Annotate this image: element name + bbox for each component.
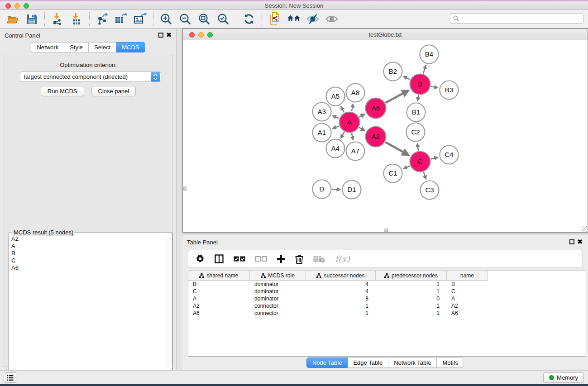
add-icon[interactable] [277, 255, 285, 263]
edge-A-A3[interactable] [333, 116, 339, 118]
home-icon[interactable] [287, 13, 300, 25]
cell[interactable]: 1 [306, 302, 376, 310]
show-eye-icon[interactable] [325, 13, 338, 25]
cell[interactable]: dominator [250, 295, 306, 302]
open-folder-icon[interactable] [6, 13, 19, 25]
canvas-bottom-handle[interactable] [384, 229, 388, 232]
tab-edge-table[interactable]: Edge Table [348, 357, 388, 368]
edge-C-C1[interactable] [404, 166, 410, 169]
table-row[interactable]: Cdominator41C [188, 288, 586, 295]
table-row[interactable]: A2connector11A2 [188, 302, 586, 310]
tab-network[interactable]: Network [31, 42, 64, 52]
deselect-all-icon[interactable] [255, 256, 267, 262]
cell[interactable]: dominator [250, 281, 306, 288]
column-header-successor-nodes[interactable]: successor nodes [306, 271, 376, 281]
zoom-fit-icon[interactable] [198, 13, 210, 25]
import-table-icon[interactable] [70, 13, 83, 25]
edge-A2-C[interactable] [385, 142, 408, 155]
clone-network-icon[interactable] [268, 13, 281, 25]
network-graph[interactable]: B4B2BB3B1A5A8A6A3AA1A4A7A2C2CC4C1C3DD1 [183, 40, 588, 232]
cell[interactable]: 0 [376, 295, 447, 302]
export-image-icon[interactable] [134, 13, 147, 25]
select-all-icon[interactable] [234, 256, 245, 262]
network-window-titlebar[interactable]: testGlobe.txt [183, 29, 588, 40]
task-history-button[interactable] [4, 372, 16, 383]
cell[interactable]: A2 [188, 302, 250, 310]
table-row[interactable]: A6connector11A6 [188, 310, 586, 317]
cell[interactable]: A [447, 295, 488, 302]
cell[interactable]: C [188, 288, 250, 295]
result-item-a2[interactable]: A2 [11, 235, 166, 243]
canvas-left-handle[interactable] [183, 186, 186, 191]
edge-B-B1[interactable] [418, 95, 419, 100]
function-icon[interactable]: f(x) [335, 254, 350, 264]
edge-B-B4[interactable] [423, 66, 425, 74]
zoom-in-icon[interactable] [160, 13, 172, 25]
criterion-dropdown[interactable]: largest connected component (directed) [20, 71, 161, 82]
edge-A-A5[interactable] [341, 107, 344, 113]
import-network-icon[interactable] [51, 13, 64, 25]
close-panel-icon[interactable]: ✖ [166, 31, 172, 38]
tab-motifs[interactable]: Motifs [437, 357, 464, 368]
cell[interactable]: dominator [250, 288, 306, 295]
cell[interactable]: B [188, 281, 250, 288]
zoom-selected-icon[interactable] [217, 13, 229, 25]
edge-C-C4[interactable] [431, 157, 438, 159]
edge-C-C3[interactable] [424, 172, 426, 179]
close-panel-button[interactable]: Close panel [91, 86, 136, 96]
edge-A-A1[interactable] [333, 126, 339, 129]
result-item-c[interactable]: C [11, 257, 166, 264]
table-row[interactable]: Adominator80A [188, 295, 586, 302]
columns-icon[interactable] [215, 254, 224, 263]
tab-select[interactable]: Select [89, 42, 116, 52]
tab-node-table[interactable]: Node Table [306, 357, 348, 368]
close-panel-icon[interactable]: ✖ [577, 238, 583, 245]
edge-A6-B[interactable] [386, 91, 408, 103]
table-row[interactable]: Bdominator41B [188, 281, 586, 288]
edge-A-A7[interactable] [352, 133, 353, 140]
search-input[interactable] [461, 15, 580, 22]
edge-C-C2[interactable] [417, 144, 418, 151]
float-panel-icon[interactable] [569, 239, 574, 244]
zoom-out-icon[interactable] [179, 13, 191, 25]
cell[interactable]: 4 [306, 288, 376, 295]
column-header-name[interactable]: name [447, 271, 488, 281]
edge-A-A8[interactable] [352, 104, 353, 111]
cell[interactable]: 4 [306, 281, 376, 288]
result-item-a6[interactable]: A6 [11, 264, 166, 272]
memory-button[interactable]: Memory [543, 372, 584, 383]
cell[interactable]: 8 [306, 295, 376, 302]
result-item-a[interactable]: A [11, 243, 166, 250]
edge-B-B3[interactable] [431, 86, 438, 88]
export-network-icon[interactable] [96, 13, 109, 25]
column-header-shared-name[interactable]: shared name [188, 271, 250, 281]
cell[interactable]: A6 [447, 310, 488, 317]
cell[interactable]: 1 [376, 281, 447, 288]
edge-A-A6[interactable] [359, 114, 364, 117]
cell[interactable]: connector [250, 310, 306, 317]
network-canvas[interactable]: B4B2BB3B1A5A8A6A3AA1A4A7A2C2CC4C1C3DD1 [183, 40, 588, 232]
cell[interactable]: A2 [447, 302, 488, 310]
cell[interactable]: A [188, 295, 250, 302]
column-header-predecessor-nodes[interactable]: predecessor nodes [376, 271, 447, 281]
refresh-icon[interactable] [243, 13, 255, 25]
save-icon[interactable] [25, 13, 38, 25]
tab-network-table[interactable]: Network Table [388, 357, 437, 368]
column-header-mcds-role[interactable]: MCDS role [250, 271, 306, 281]
cell[interactable]: C [447, 288, 488, 295]
delete-icon[interactable] [295, 254, 303, 264]
tab-style[interactable]: Style [64, 42, 89, 52]
toolbar-search[interactable] [450, 13, 583, 24]
delete-table-icon[interactable] [313, 255, 325, 263]
cell[interactable]: connector [250, 302, 306, 310]
hide-eye-icon[interactable] [306, 13, 319, 25]
tab-mcds[interactable]: MCDS [116, 42, 145, 52]
edge-B-B2[interactable] [404, 76, 410, 80]
node-table[interactable]: shared nameMCDS rolesuccessor nodesprede… [188, 271, 586, 357]
edge-A-A2[interactable] [359, 128, 364, 130]
cell[interactable]: 1 [376, 302, 447, 310]
cell[interactable]: B [447, 281, 488, 288]
cell[interactable]: 1 [306, 310, 376, 317]
mcds-result-list[interactable]: A2ABCA6 [9, 234, 166, 386]
float-panel-icon[interactable] [158, 33, 163, 38]
